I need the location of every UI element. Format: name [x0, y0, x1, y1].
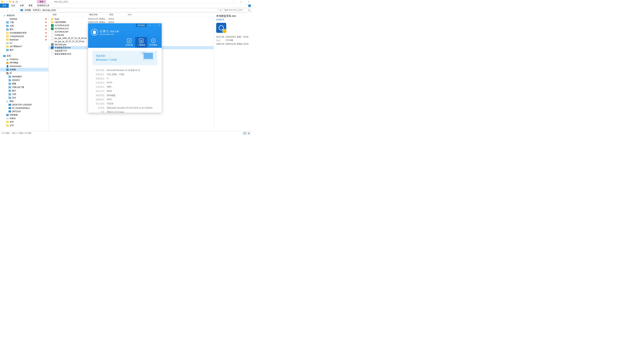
nav-item[interactable]: 视频 — [0, 82, 48, 85]
pin-icon: 📌 — [45, 35, 47, 37]
nav-item[interactable]: 本机照片 — [0, 78, 48, 82]
nav-item[interactable]: DESKTOP-LSSOEDP — [0, 103, 48, 106]
nav-item[interactable]: 🖧网络 — [0, 100, 48, 103]
ribbon-tab-file[interactable]: 文件 — [0, 3, 9, 8]
nav-recent-button[interactable]: ▾ — [10, 8, 14, 12]
nav-item[interactable]: 文档📌 — [0, 24, 48, 28]
search-input[interactable]: 搜索"Win7x64_2020" 🔍 — [223, 8, 252, 12]
nav-icon — [8, 86, 11, 89]
nav-item[interactable]: excel表格制作求和📌 — [0, 31, 48, 35]
help-icon[interactable]: ? — [248, 4, 251, 7]
chevron-right-icon[interactable]: › — [41, 9, 42, 11]
address-row: ← → ▾ ↑ › 此电脑 › 文档 (E:) › Win7x64_2020 ▾… — [0, 8, 252, 13]
col-name[interactable]: 名称^ — [50, 13, 88, 16]
nav-icon — [8, 79, 11, 82]
sort-asc-icon: ^ — [56, 14, 57, 15]
ribbon-context-tab[interactable]: 管理 — [37, 0, 46, 3]
rename-icon[interactable] — [15, 0, 18, 3]
search-placeholder: 搜索"Win7x64_2020" — [224, 9, 243, 11]
inf-icon — [51, 30, 54, 33]
col-date[interactable]: 修改日期 — [88, 13, 108, 16]
new-folder-icon[interactable] — [8, 0, 12, 3]
col-size[interactable]: 大小 — [126, 13, 140, 16]
nav-item[interactable]: 文档 — [0, 92, 48, 96]
view-thumbnails-button[interactable]: ▦ — [247, 132, 250, 135]
breadcrumb[interactable]: Win7x64_2020 — [42, 9, 56, 11]
file-row[interactable]: Tools2020/12/25, 星期五 1...文件夹 — [49, 17, 214, 21]
ribbon-tab-apptools[interactable]: 应用程序工具 — [35, 3, 52, 8]
view-details-button[interactable]: ☰ — [243, 132, 246, 135]
file-list-area: 名称^ 修改日期 类型 大小 Tools2020/12/25, 星期五 1...… — [49, 13, 214, 131]
delete-icon[interactable]: ✕ — [12, 0, 15, 3]
nav-item[interactable]: WPS网盘 — [0, 61, 48, 64]
yq-nav-website[interactable]: e 官方网址 — [147, 37, 159, 48]
ribbon-tab-view[interactable]: 查看 — [26, 3, 35, 8]
nav-item[interactable]: 天翼云盘下载 — [0, 85, 48, 89]
minimize-button[interactable]: ─ — [230, 0, 237, 3]
search-icon[interactable]: 🔍 — [248, 9, 250, 11]
nav-item[interactable]: 图片📌 — [0, 28, 48, 31]
nav-item[interactable]: 此电脑 — [0, 68, 48, 71]
chevron-right-icon[interactable]: › — [24, 9, 24, 11]
yq-info-row: 系统盘符C: — [92, 77, 157, 81]
maximize-button[interactable]: ▢ — [237, 0, 245, 3]
pc-icon — [20, 9, 23, 11]
nav-item[interactable]: win7重装win7 — [0, 45, 48, 48]
nav-item[interactable]: ZMT2019 — [0, 110, 48, 113]
yq-info-row: 处理器英特尔(R) Xeon(R) CPU E5-2670 v2 @ 2.50G… — [92, 106, 157, 110]
nav-item[interactable]: PC-20190530OBLA — [0, 106, 48, 110]
folder-icon — [6, 17, 9, 20]
yq-info-row: 磁盘类型基本磁盘 — [92, 93, 157, 98]
nav-item[interactable]: 音乐 — [0, 96, 48, 100]
nav-back-button[interactable]: ← — [1, 8, 5, 12]
breadcrumb[interactable]: 此电脑 — [25, 9, 31, 11]
nav-item[interactable]: Bandicam📌 — [0, 38, 48, 41]
nav-item[interactable]: Desktop📌 — [0, 17, 48, 21]
nav-quick-access[interactable]: ★快速访问 — [0, 14, 48, 17]
address-bar[interactable]: › 此电脑 › 文档 (E:) › Win7x64_2020 ▾ ⟳ — [20, 8, 222, 12]
details-title: 本地硬盘安装.exe — [216, 14, 250, 17]
breadcrumb[interactable]: 文档 (E:) — [33, 9, 40, 11]
ribbon-expand-icon[interactable]: ⌃ — [246, 5, 247, 6]
nav-icon — [8, 82, 11, 85]
nav-item[interactable]: 📚库 — [0, 71, 48, 75]
nav-desktop[interactable]: 桌面 — [0, 54, 48, 58]
nav-item[interactable]: 下载📌 — [0, 21, 48, 24]
refresh-icon[interactable]: ⟳ — [220, 9, 222, 11]
nav-item[interactable]: 图片 — [0, 48, 48, 52]
chevron-right-icon[interactable]: › — [32, 9, 32, 11]
col-type[interactable]: 类型 — [108, 13, 126, 16]
nav-item[interactable]: 软件 — [0, 120, 48, 124]
yq-nav-usb[interactable]: ⚡ 启动U盘 — [123, 37, 135, 48]
yq-info-row: 磁盘模式AHCI — [92, 98, 157, 102]
nav-icon — [8, 89, 11, 92]
yq-info-row: 安全启动不支持 — [92, 102, 157, 106]
yq-close-button[interactable]: ✕ — [157, 24, 161, 27]
folder-icon[interactable] — [1, 0, 4, 3]
nav-forward-button[interactable]: → — [5, 8, 10, 12]
nav-item[interactable]: ☁OneDrive — [0, 58, 48, 61]
pin-icon: 📌 — [45, 18, 47, 20]
chevron-down-icon[interactable]: ▾ — [218, 9, 218, 11]
nav-item[interactable]: 回收站 — [0, 117, 48, 120]
properties-icon[interactable]: ✓ — [5, 0, 8, 3]
install-icon: ▤ — [139, 38, 144, 43]
nav-item[interactable]: YUNQISHI2019📌 — [0, 35, 48, 38]
nav-item[interactable]: 👤Administrator — [0, 64, 48, 68]
nav-item[interactable]: 保存的图片 — [0, 75, 48, 78]
nav-up-button[interactable]: ↑ — [15, 8, 19, 12]
close-button[interactable]: ✕ — [245, 0, 252, 3]
yq-minimize-button[interactable]: ─ — [152, 24, 156, 27]
yq-menu-icon[interactable]: ≡ — [148, 24, 152, 27]
ribbon-tab-share[interactable]: 共享 — [18, 3, 26, 8]
qat-dropdown-icon[interactable]: ▾ — [18, 0, 22, 3]
nav-item[interactable]: 文件 — [0, 124, 48, 127]
nav-item[interactable]: G:\ — [0, 41, 48, 45]
yq-contact-button[interactable]: 联系客服 — [136, 24, 146, 27]
pin-icon: 📌 — [45, 39, 47, 41]
column-headers[interactable]: 名称^ 修改日期 类型 大小 — [49, 13, 214, 17]
yq-nav-install[interactable]: ▤ 一键装机 — [135, 37, 147, 48]
nav-item[interactable]: 图片 — [0, 89, 48, 92]
ribbon-tab-home[interactable]: 主页 — [9, 3, 18, 8]
nav-item[interactable]: 控制面板 — [0, 113, 48, 117]
